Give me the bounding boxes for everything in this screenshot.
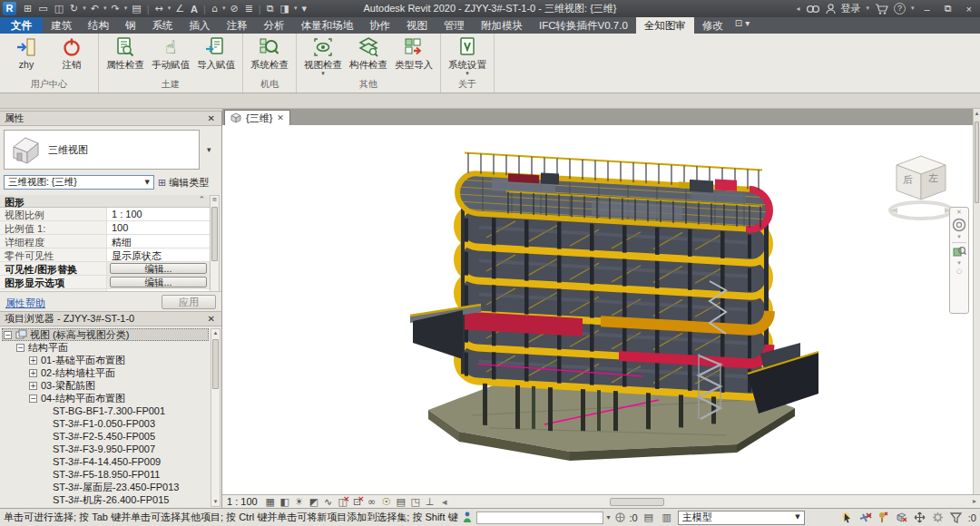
close-icon[interactable]: ✕ — [206, 314, 217, 324]
tab-structure[interactable]: 结构 — [80, 17, 117, 34]
sync-icon[interactable]: ↻ — [67, 4, 81, 14]
property-check-button[interactable]: 属性检查 — [103, 35, 147, 72]
user-icon[interactable] — [826, 4, 836, 15]
tab-view[interactable]: 视图 — [398, 17, 436, 34]
tree-item-view[interactable]: ST-3#-F2-5.450-FP005 — [2, 430, 209, 443]
chevron-down-icon[interactable]: ▾ — [867, 5, 870, 12]
component-check-button[interactable]: 构件检查 — [347, 35, 390, 72]
view-scale-button[interactable]: 1 : 100 — [227, 496, 258, 507]
save-icon[interactable]: ◫ — [52, 4, 66, 14]
show-crop-region-icon[interactable]: ⊡× — [350, 497, 365, 507]
aligned-dimension-icon[interactable]: ∠ — [172, 4, 187, 14]
reveal-constraints-icon[interactable]: ⊥ — [423, 497, 437, 507]
section-graphics[interactable]: 图形 ⌃ — [0, 195, 210, 208]
sign-in-label[interactable]: 登录 — [841, 2, 861, 15]
tree-item-view[interactable]: ST-3#-机房-26.400-FP015 — [2, 493, 209, 506]
logout-button[interactable]: 注销 — [50, 35, 93, 72]
restore-button[interactable]: ⧉ — [940, 4, 956, 14]
ui-panel-icon[interactable]: ⊞ — [21, 4, 34, 14]
tab-massing-site[interactable]: 体量和场地 — [293, 17, 362, 34]
detail-level-icon[interactable]: ▦ — [263, 497, 278, 507]
type-selector-arrow-icon[interactable]: ▾ — [207, 146, 211, 154]
chevron-down-icon[interactable]: ▾ — [607, 514, 611, 521]
thin-lines-icon[interactable]: ≣ — [242, 4, 256, 14]
tab-collaborate[interactable]: 协作 — [361, 17, 398, 34]
collapse-expander-icon[interactable]: − — [29, 394, 37, 403]
chevron-down-icon[interactable]: ▾ — [103, 5, 108, 12]
tree-item-view[interactable]: ST-3#-屋面层-23.450-FP013 — [2, 481, 209, 493]
viewcube[interactable]: 后 左 — [887, 151, 955, 229]
tab-annotate[interactable]: 注释 — [219, 17, 256, 34]
tree-item-views-root[interactable]: − 视图 (标高与视图分类) — [2, 328, 209, 341]
print-icon[interactable]: ▤ — [129, 4, 143, 14]
view-check-button[interactable]: 视图检查 ▾ — [301, 35, 345, 76]
collapse-expander-icon[interactable]: − — [4, 331, 12, 339]
tree-item[interactable]: +02-结构墙柱平面 — [2, 366, 209, 379]
chevron-down-icon[interactable]: ▾ — [321, 72, 325, 76]
help-icon[interactable]: ? — [894, 3, 906, 15]
temporary-hide-isolate-icon[interactable]: ∞ — [365, 497, 379, 507]
system-settings-button[interactable]: 系统设置 ▾ — [446, 35, 489, 76]
background-processes-icon[interactable] — [932, 511, 946, 523]
analytical-model-icon[interactable]: ◳ — [408, 497, 423, 507]
chevron-down-icon[interactable]: ▾ — [957, 234, 961, 240]
chevron-down-icon[interactable]: ▾ — [911, 5, 915, 12]
view-tab-3d[interactable]: {三维} ✕ — [224, 110, 290, 125]
import-assign-button[interactable]: 导入赋值 — [194, 35, 238, 72]
visual-style-icon[interactable]: ◧ — [278, 497, 292, 507]
redo-icon[interactable]: ↷ — [109, 4, 122, 14]
select-pinned-icon[interactable] — [877, 511, 892, 523]
zoom-region-icon[interactable] — [953, 245, 966, 258]
default-3d-view-icon[interactable]: ⌂ — [209, 4, 220, 14]
temporary-view-properties-icon[interactable]: ▤ — [394, 497, 408, 507]
expand-expander-icon[interactable]: + — [29, 356, 37, 365]
property-row[interactable]: 图形显示选项编辑... — [0, 276, 210, 289]
chevron-down-icon[interactable]: ▾ — [957, 260, 961, 267]
hscroll-right-arrow-icon[interactable]: ▸ — [973, 498, 976, 505]
measure-icon[interactable]: ↔ — [152, 4, 166, 14]
tree-item-view[interactable]: ST-BG-BF1-7.300-FP001 — [2, 404, 209, 417]
chevron-down-icon[interactable]: ▾ — [82, 5, 87, 12]
tab-analyze[interactable]: 分析 — [256, 17, 293, 34]
property-row[interactable]: 详细程度精细 — [0, 235, 210, 248]
minimize-button[interactable]: – — [920, 4, 935, 15]
instance-combo[interactable]: 三维视图: {三维} ▼ — [4, 175, 154, 190]
project-browser-header[interactable]: 项目浏览器 - ZJYY-3#-ST-1-0 ✕ — [0, 312, 221, 326]
properties-header[interactable]: 属性 ✕ — [0, 112, 221, 126]
tab-addins[interactable]: 附加模块 — [473, 17, 531, 34]
browser-scrollbar[interactable]: ▴ ▾ — [211, 328, 220, 507]
edit-button[interactable]: 编辑... — [110, 277, 207, 287]
navigation-bar[interactable]: ✕ ▾ ▾ ○ — [949, 207, 969, 314]
system-check-button[interactable]: 系统检查 — [248, 35, 291, 72]
tab-architecture[interactable]: 建筑 — [43, 17, 80, 34]
sun-path-icon[interactable]: ☀ — [292, 497, 307, 507]
close-button[interactable]: × — [962, 4, 976, 15]
type-selector[interactable]: 三维视图 — [4, 130, 200, 170]
tree-item[interactable]: −04-结构平面布置图 — [2, 392, 209, 404]
reveal-hidden-elements-icon[interactable]: ☉ — [379, 497, 394, 507]
tab-systems[interactable]: 系统 — [144, 17, 181, 34]
canvas-hscrollbar[interactable]: ▸ — [452, 498, 980, 506]
tab-steel[interactable]: 钢 — [117, 17, 144, 34]
steering-wheel-icon[interactable] — [952, 218, 966, 232]
search-icon[interactable] — [806, 4, 820, 15]
tree-item[interactable]: +03-梁配筋图 — [2, 379, 209, 392]
nav-more-icon[interactable]: ○ — [956, 268, 962, 275]
design-option-select[interactable]: 主模型 ▼ — [678, 511, 805, 525]
tree-item-view[interactable]: ST-3#-F5-18.950-FP011 — [2, 468, 209, 481]
manual-assign-button[interactable]: ☝ 手动赋值 — [149, 35, 192, 72]
tab-quanzhi-review[interactable]: 全知图审 — [636, 17, 694, 34]
tree-item-view[interactable]: ST-3#-F3-9.950-FP007 — [2, 443, 209, 455]
undo-icon[interactable]: ↶ — [88, 4, 102, 14]
canvas-vscrollbar[interactable]: ▴ ▾ — [973, 109, 980, 506]
tree-item-structural-plans[interactable]: −结构平面 — [2, 341, 209, 354]
customize-qat-icon[interactable]: ▾ — [299, 4, 310, 14]
property-row[interactable]: 零件可见性显示原状态 — [0, 248, 210, 262]
filter-icon[interactable] — [950, 512, 965, 523]
close-icon[interactable]: ✕ — [206, 113, 217, 123]
properties-help-link[interactable]: 属性帮助 — [5, 297, 45, 310]
section-icon[interactable]: ⊘ — [227, 4, 240, 14]
type-import-button[interactable]: 类型导入 — [392, 35, 436, 72]
shadows-icon[interactable]: ◩ — [307, 497, 321, 507]
edit-type-button[interactable]: ⊞ 编辑类型 — [158, 175, 220, 190]
